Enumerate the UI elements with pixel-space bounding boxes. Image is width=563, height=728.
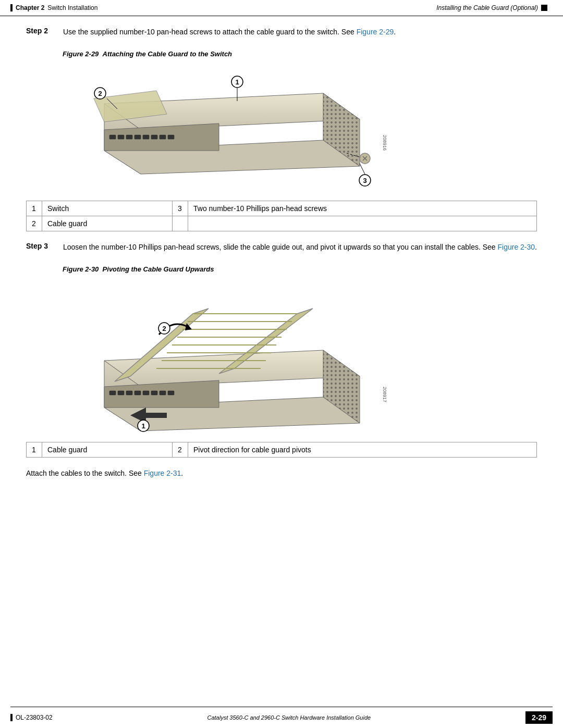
- footer-bar-icon: [10, 714, 13, 721]
- figure30-block: Figure 2-30 Pivoting the Cable Guard Upw…: [63, 265, 537, 434]
- footer-center: Catalyst 3560-C and 2960-C Switch Hardwa…: [53, 714, 525, 721]
- svg-rect-53: [160, 391, 166, 395]
- svg-text:2: 2: [162, 325, 166, 332]
- svg-text:208916: 208916: [382, 135, 387, 151]
- figure29-block: Figure 2-29 Attaching the Cable Guard to…: [63, 50, 537, 192]
- svg-text:208917: 208917: [382, 387, 387, 402]
- svg-text:3: 3: [363, 177, 366, 184]
- header-right: Installing the Cable Guard (Optional): [436, 4, 547, 11]
- svg-line-36: [360, 164, 365, 174]
- footer-doc-number: OL-23803-02: [16, 714, 53, 721]
- step2-text: Use the supplied number-10 pan-head scre…: [63, 27, 537, 38]
- page-header: Chapter 2 Switch Installation Installing…: [0, 0, 563, 16]
- header-bar-icon: [10, 4, 13, 11]
- svg-rect-48: [118, 391, 124, 395]
- row2-num2: [173, 216, 188, 231]
- table-row: 1 Switch 3 Two number-10 Phillips pan-he…: [27, 201, 537, 216]
- row1-num2: 3: [173, 201, 188, 216]
- figure29-caption: Figure 2-29 Attaching the Cable Guard to…: [63, 50, 537, 58]
- row2-label: Cable guard: [42, 216, 173, 231]
- row1-label: Cable guard: [42, 442, 173, 458]
- svg-rect-19: [134, 135, 141, 139]
- figure29-image: 208916 1 2 3: [63, 62, 417, 192]
- svg-rect-52: [151, 391, 157, 395]
- svg-rect-54: [168, 391, 174, 395]
- chapter-label: Chapter 2: [16, 4, 44, 11]
- row1-num2: 2: [173, 442, 188, 458]
- section-label: Switch Installation: [47, 4, 97, 11]
- svg-rect-47: [109, 391, 116, 395]
- row2-num: 2: [27, 216, 42, 231]
- right-section-label: Installing the Cable Guard (Optional): [436, 4, 538, 11]
- row1-label: Switch: [42, 201, 173, 216]
- svg-text:2: 2: [98, 90, 102, 97]
- svg-text:1: 1: [235, 78, 239, 86]
- header-square-icon: [541, 5, 547, 11]
- row1-label2: Two number-10 Phillips pan-head screws: [188, 201, 537, 216]
- step2-label: Step 2: [26, 27, 55, 38]
- step3-label: Step 3: [26, 242, 55, 253]
- attach-text-block: Attach the cables to the switch. See Fig…: [26, 468, 537, 479]
- table30: 1 Cable guard 2 Pivot direction for cabl…: [26, 442, 537, 458]
- svg-rect-22: [160, 135, 166, 139]
- step3-text: Loosen the number-10 Phillips pan-head s…: [63, 242, 537, 253]
- svg-rect-51: [143, 391, 149, 395]
- svg-rect-21: [151, 135, 157, 139]
- row1-num: 1: [27, 442, 42, 458]
- table-row: 2 Cable guard: [27, 216, 537, 231]
- page-footer: OL-23803-02 Catalyst 3560-C and 2960-C S…: [10, 707, 553, 728]
- figure30-link[interactable]: Figure 2-30: [498, 243, 535, 251]
- row1-label2: Pivot direction for cable guard pivots: [188, 442, 537, 458]
- row2-label2: [188, 216, 537, 231]
- svg-rect-49: [126, 391, 132, 395]
- svg-rect-23: [168, 135, 174, 139]
- svg-rect-16: [109, 135, 116, 139]
- row1-num: 1: [27, 201, 42, 216]
- main-content: Step 2 Use the supplied number-10 pan-he…: [0, 16, 563, 521]
- svg-rect-18: [126, 135, 132, 139]
- header-left: Chapter 2 Switch Installation: [10, 4, 97, 11]
- table29: 1 Switch 3 Two number-10 Phillips pan-he…: [26, 201, 537, 231]
- step3-block: Step 3 Loosen the number-10 Phillips pan…: [26, 242, 537, 253]
- svg-rect-20: [143, 135, 149, 139]
- footer-left: OL-23803-02: [10, 714, 53, 721]
- svg-rect-50: [134, 391, 141, 395]
- figure30-image: 208917 2 1: [63, 277, 417, 434]
- figure30-caption: Figure 2-30 Pivoting the Cable Guard Upw…: [63, 265, 537, 273]
- svg-text:1: 1: [141, 422, 145, 430]
- footer-page-number: 2-29: [525, 711, 553, 724]
- svg-rect-17: [118, 135, 124, 139]
- step2-block: Step 2 Use the supplied number-10 pan-he…: [26, 27, 537, 38]
- table-row: 1 Cable guard 2 Pivot direction for cabl…: [27, 442, 537, 458]
- figure31-link[interactable]: Figure 2-31: [144, 469, 181, 477]
- figure29-link[interactable]: Figure 2-29: [357, 28, 394, 36]
